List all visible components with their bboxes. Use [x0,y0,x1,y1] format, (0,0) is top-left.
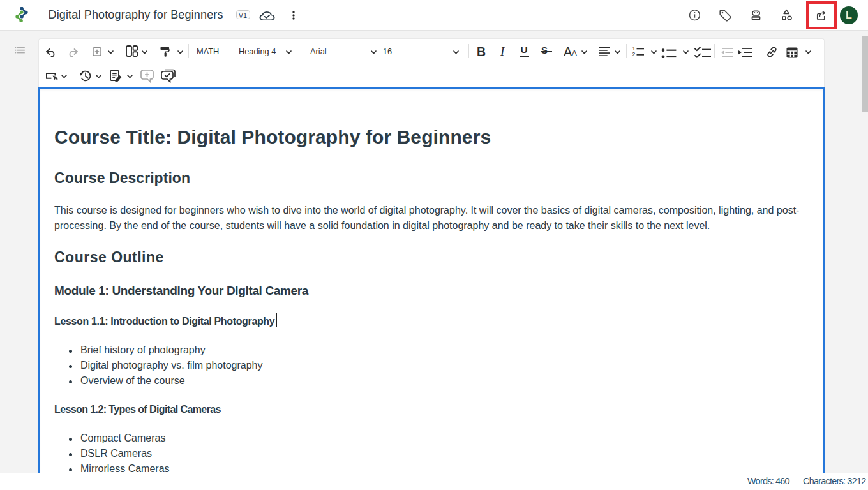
svg-text:2: 2 [632,51,636,57]
